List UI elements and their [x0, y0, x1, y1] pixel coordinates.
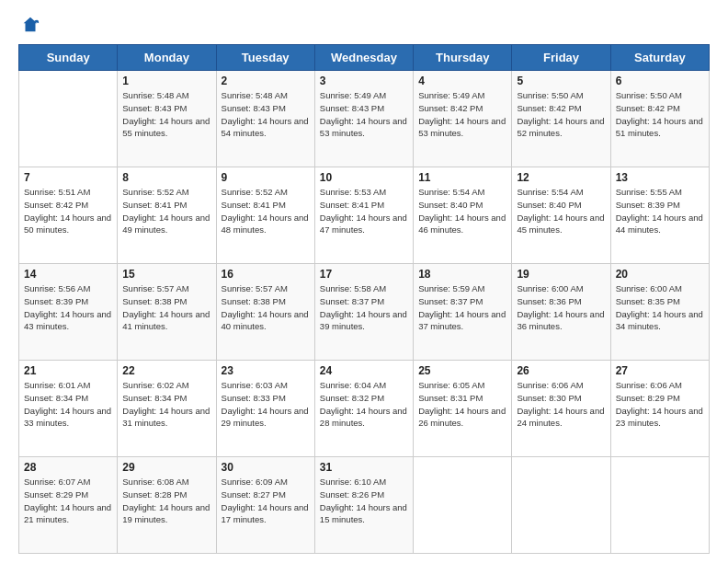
day-number: 29 [122, 461, 210, 474]
sunset-text: Sunset: 8:37 PM [320, 296, 384, 306]
day-number: 25 [418, 364, 506, 377]
day-number: 28 [24, 461, 112, 474]
calendar-cell [610, 457, 709, 554]
day-number: 20 [616, 268, 704, 281]
day-info: Sunrise: 6:08 AM Sunset: 8:28 PM Dayligh… [122, 476, 210, 526]
day-number: 16 [222, 268, 310, 281]
col-thursday: Thursday [414, 45, 512, 71]
day-number: 3 [320, 75, 408, 87]
sunrise-text: Sunrise: 5:59 AM [418, 283, 484, 293]
sunset-text: Sunset: 8:38 PM [222, 296, 286, 306]
calendar-cell: 16 Sunrise: 5:57 AM Sunset: 8:38 PM Dayl… [216, 264, 314, 361]
sunrise-text: Sunrise: 5:53 AM [320, 187, 386, 197]
sunrise-text: Sunrise: 5:50 AM [616, 90, 682, 100]
sunset-text: Sunset: 8:36 PM [517, 296, 581, 306]
calendar-cell: 1 Sunrise: 5:48 AM Sunset: 8:43 PM Dayli… [118, 71, 216, 167]
day-number: 22 [122, 364, 210, 377]
sunrise-text: Sunrise: 5:49 AM [418, 90, 484, 100]
daylight-text: Daylight: 14 hours and 24 minutes. [517, 406, 604, 429]
sunrise-text: Sunrise: 5:54 AM [418, 187, 484, 197]
day-number: 9 [222, 171, 310, 184]
daylight-text: Daylight: 14 hours and 53 minutes. [418, 116, 506, 139]
daylight-text: Daylight: 14 hours and 29 minutes. [222, 406, 309, 429]
sunset-text: Sunset: 8:31 PM [418, 393, 483, 403]
sunrise-text: Sunrise: 5:52 AM [122, 187, 188, 197]
sunset-text: Sunset: 8:33 PM [222, 393, 286, 403]
col-wednesday: Wednesday [314, 45, 413, 71]
day-info: Sunrise: 6:07 AM Sunset: 8:29 PM Dayligh… [24, 476, 112, 526]
page: Sunday Monday Tuesday Wednesday Thursday… [0, 0, 728, 563]
calendar-cell: 20 Sunrise: 6:00 AM Sunset: 8:35 PM Dayl… [610, 264, 709, 361]
day-info: Sunrise: 5:48 AM Sunset: 8:43 PM Dayligh… [122, 89, 210, 140]
daylight-text: Daylight: 14 hours and 50 minutes. [24, 213, 111, 236]
calendar-week-row: 14 Sunrise: 5:56 AM Sunset: 8:39 PM Dayl… [19, 264, 710, 361]
day-number: 17 [320, 268, 408, 281]
sunrise-text: Sunrise: 6:07 AM [24, 477, 90, 487]
sunrise-text: Sunrise: 5:58 AM [320, 283, 386, 293]
sunrise-text: Sunrise: 6:06 AM [616, 380, 682, 390]
day-number: 27 [616, 364, 704, 377]
day-info: Sunrise: 6:06 AM Sunset: 8:29 PM Dayligh… [616, 379, 704, 430]
calendar-cell [19, 71, 118, 167]
day-number: 30 [222, 461, 310, 474]
logo-text [18, 15, 40, 35]
calendar-cell: 29 Sunrise: 6:08 AM Sunset: 8:28 PM Dayl… [118, 457, 216, 554]
day-info: Sunrise: 5:54 AM Sunset: 8:40 PM Dayligh… [418, 186, 506, 236]
day-number: 24 [320, 364, 408, 377]
calendar-cell: 11 Sunrise: 5:54 AM Sunset: 8:40 PM Dayl… [414, 167, 512, 264]
calendar-cell: 25 Sunrise: 6:05 AM Sunset: 8:31 PM Dayl… [414, 361, 512, 457]
calendar-cell: 5 Sunrise: 5:50 AM Sunset: 8:42 PM Dayli… [512, 71, 610, 167]
sunset-text: Sunset: 8:29 PM [24, 489, 88, 500]
calendar-cell: 17 Sunrise: 5:58 AM Sunset: 8:37 PM Dayl… [314, 264, 413, 361]
sunrise-text: Sunrise: 5:57 AM [122, 283, 188, 293]
calendar-cell: 19 Sunrise: 6:00 AM Sunset: 8:36 PM Dayl… [512, 264, 610, 361]
logo [18, 15, 40, 35]
daylight-text: Daylight: 14 hours and 54 minutes. [222, 116, 309, 139]
daylight-text: Daylight: 14 hours and 39 minutes. [320, 309, 407, 332]
daylight-text: Daylight: 14 hours and 37 minutes. [418, 309, 506, 332]
daylight-text: Daylight: 14 hours and 34 minutes. [616, 309, 703, 332]
sunrise-text: Sunrise: 6:04 AM [320, 380, 386, 390]
sunrise-text: Sunrise: 6:06 AM [517, 380, 583, 390]
sunset-text: Sunset: 8:35 PM [616, 296, 680, 306]
sunrise-text: Sunrise: 5:55 AM [616, 187, 682, 197]
daylight-text: Daylight: 14 hours and 21 minutes. [24, 502, 111, 525]
sunset-text: Sunset: 8:30 PM [517, 393, 581, 403]
day-info: Sunrise: 6:05 AM Sunset: 8:31 PM Dayligh… [418, 379, 506, 430]
sunset-text: Sunset: 8:38 PM [122, 296, 187, 306]
calendar-cell: 18 Sunrise: 5:59 AM Sunset: 8:37 PM Dayl… [414, 264, 512, 361]
sunset-text: Sunset: 8:42 PM [24, 200, 88, 210]
day-number: 1 [122, 75, 210, 87]
sunset-text: Sunset: 8:41 PM [222, 200, 286, 210]
sunrise-text: Sunrise: 5:56 AM [24, 283, 90, 293]
day-number: 11 [418, 171, 506, 184]
day-info: Sunrise: 5:48 AM Sunset: 8:43 PM Dayligh… [222, 89, 310, 140]
day-number: 19 [517, 268, 605, 281]
sunset-text: Sunset: 8:26 PM [320, 489, 384, 500]
calendar-cell: 8 Sunrise: 5:52 AM Sunset: 8:41 PM Dayli… [118, 167, 216, 264]
daylight-text: Daylight: 14 hours and 15 minutes. [320, 502, 407, 525]
day-number: 5 [517, 75, 605, 87]
day-info: Sunrise: 5:59 AM Sunset: 8:37 PM Dayligh… [418, 282, 506, 333]
sunset-text: Sunset: 8:39 PM [24, 296, 88, 306]
sunset-text: Sunset: 8:37 PM [418, 296, 483, 306]
calendar-week-row: 21 Sunrise: 6:01 AM Sunset: 8:34 PM Dayl… [19, 361, 710, 457]
day-number: 26 [517, 364, 605, 377]
calendar-cell: 23 Sunrise: 6:03 AM Sunset: 8:33 PM Dayl… [216, 361, 314, 457]
daylight-text: Daylight: 14 hours and 45 minutes. [517, 213, 604, 236]
sunrise-text: Sunrise: 6:00 AM [517, 283, 583, 293]
day-info: Sunrise: 6:04 AM Sunset: 8:32 PM Dayligh… [320, 379, 408, 430]
sunrise-text: Sunrise: 5:57 AM [222, 283, 288, 293]
calendar-header-row: Sunday Monday Tuesday Wednesday Thursday… [19, 45, 710, 71]
calendar-cell: 24 Sunrise: 6:04 AM Sunset: 8:32 PM Dayl… [314, 361, 413, 457]
sunset-text: Sunset: 8:39 PM [616, 200, 680, 210]
daylight-text: Daylight: 14 hours and 47 minutes. [320, 213, 407, 236]
day-info: Sunrise: 6:01 AM Sunset: 8:34 PM Dayligh… [24, 379, 112, 430]
sunrise-text: Sunrise: 5:48 AM [122, 90, 188, 100]
col-saturday: Saturday [610, 45, 709, 71]
sunrise-text: Sunrise: 5:54 AM [517, 187, 583, 197]
calendar-week-row: 1 Sunrise: 5:48 AM Sunset: 8:43 PM Dayli… [19, 71, 710, 167]
day-info: Sunrise: 6:00 AM Sunset: 8:35 PM Dayligh… [616, 282, 704, 333]
day-info: Sunrise: 6:03 AM Sunset: 8:33 PM Dayligh… [222, 379, 310, 430]
calendar-week-row: 7 Sunrise: 5:51 AM Sunset: 8:42 PM Dayli… [19, 167, 710, 264]
